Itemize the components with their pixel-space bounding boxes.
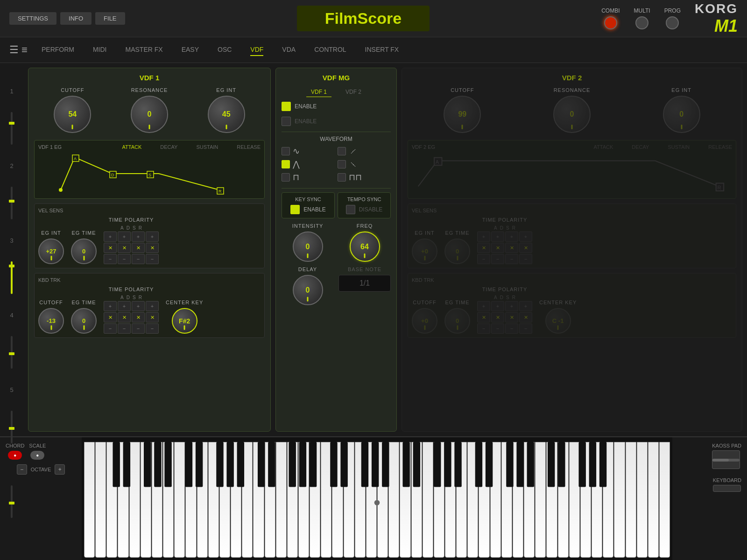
- vdf2-kbd-eg-time-knob[interactable]: 0: [444, 308, 470, 334]
- white-key-19[interactable]: [287, 442, 298, 558]
- eg-canvas[interactable]: A D S R: [38, 153, 261, 195]
- plus-d[interactable]: +: [118, 231, 131, 242]
- vdf2-minus-a[interactable]: −: [477, 254, 490, 264]
- wave-pulse[interactable]: ⊓⊓: [338, 172, 391, 182]
- vdf2-center-key-knob[interactable]: C -1: [545, 308, 571, 334]
- kbd-plus-r[interactable]: +: [146, 301, 159, 311]
- vdf2-eg-int-knob[interactable]: 0: [663, 96, 700, 133]
- vdf2-kbd-plus-s[interactable]: +: [505, 301, 518, 311]
- base-note-display[interactable]: 1/1: [338, 275, 391, 292]
- white-key-23[interactable]: [332, 442, 343, 558]
- settings-button[interactable]: SETTINGS: [9, 12, 56, 25]
- white-key-44[interactable]: [569, 442, 580, 558]
- vdf1-tab[interactable]: VDF 1: [306, 87, 331, 97]
- white-key-20[interactable]: [298, 442, 309, 558]
- white-key-45[interactable]: [580, 442, 591, 558]
- tab-vdf[interactable]: VDF: [250, 44, 263, 56]
- white-key-21[interactable]: [310, 442, 320, 558]
- vdf2-minus-r[interactable]: −: [519, 254, 532, 264]
- combi-dot[interactable]: [604, 16, 617, 29]
- vdf2-kbd-minus-r[interactable]: −: [519, 323, 532, 334]
- minus-s[interactable]: −: [132, 254, 145, 264]
- tempo-sync-disable-check[interactable]: [346, 205, 355, 214]
- octave-plus-button[interactable]: +: [55, 464, 65, 475]
- kbd-plus-a[interactable]: +: [104, 301, 117, 311]
- white-key-24[interactable]: [344, 442, 354, 558]
- wave-ramp[interactable]: ⟋: [338, 146, 391, 156]
- tab-midi[interactable]: MIDI: [93, 44, 107, 56]
- prog-dot[interactable]: [666, 16, 679, 29]
- vdf2-kbd-minus-d[interactable]: −: [491, 323, 504, 334]
- white-key-25[interactable]: [355, 442, 366, 558]
- vdf2-cross-r[interactable]: ✕: [519, 243, 532, 253]
- white-key-32[interactable]: [434, 442, 444, 558]
- white-key-49[interactable]: [626, 442, 636, 558]
- vdf2-minus-d[interactable]: −: [491, 254, 504, 264]
- cutoff-knob[interactable]: 54: [54, 96, 91, 133]
- white-key-15[interactable]: [242, 442, 253, 558]
- vdf2-resonance-knob[interactable]: 0: [553, 96, 591, 133]
- multi-dot[interactable]: [635, 16, 648, 29]
- vdf2-kbd-cross-a[interactable]: ✕: [477, 312, 490, 322]
- kbd-minus-s[interactable]: −: [132, 323, 145, 334]
- white-key-7[interactable]: [152, 442, 162, 558]
- vdf2-enable-checkbox[interactable]: [282, 117, 291, 126]
- keyboard-toggle[interactable]: [713, 485, 741, 492]
- white-key-33[interactable]: [445, 442, 456, 558]
- white-key-6[interactable]: [141, 442, 151, 558]
- vdf2-minus-s[interactable]: −: [505, 254, 518, 264]
- cross-r[interactable]: ✕: [146, 243, 159, 253]
- white-key-9[interactable]: [174, 442, 185, 558]
- tab-control[interactable]: CONTROL: [314, 44, 346, 56]
- slider-1[interactable]: [11, 112, 13, 145]
- vdf2-vel-eg-int-knob[interactable]: +0: [412, 238, 437, 264]
- white-key-13[interactable]: [219, 442, 230, 558]
- plus-s[interactable]: +: [132, 231, 145, 242]
- white-key-22[interactable]: [321, 442, 331, 558]
- white-key-39[interactable]: [513, 442, 523, 558]
- white-key-37[interactable]: [490, 442, 501, 558]
- intensity-knob[interactable]: 0: [293, 231, 323, 262]
- vdf2-plus-a[interactable]: +: [477, 231, 490, 242]
- vdf2-plus-r[interactable]: +: [519, 231, 532, 242]
- white-key-10[interactable]: [185, 442, 196, 558]
- freq-knob[interactable]: 64: [350, 231, 380, 262]
- white-key-38[interactable]: [501, 442, 512, 558]
- eg-int-knob[interactable]: 45: [208, 96, 245, 133]
- vdf2-kbd-cross-d[interactable]: ✕: [491, 312, 504, 322]
- white-key-2[interactable]: [95, 442, 106, 558]
- white-key-1[interactable]: [84, 442, 95, 558]
- octave-minus-button[interactable]: −: [17, 464, 27, 475]
- minus-a[interactable]: −: [104, 254, 117, 264]
- white-key-27[interactable]: [377, 442, 388, 558]
- wave-sawtooth-check[interactable]: [338, 160, 346, 168]
- vel-eg-int-knob[interactable]: +27: [38, 238, 64, 264]
- white-key-30[interactable]: [411, 442, 422, 558]
- kbd-minus-d[interactable]: −: [118, 323, 131, 334]
- vdf2-tab[interactable]: VDF 2: [341, 87, 366, 97]
- key-sync-enable-check[interactable]: [290, 205, 300, 214]
- plus-r[interactable]: +: [146, 231, 159, 242]
- white-key-31[interactable]: [423, 442, 433, 558]
- wave-pulse-check[interactable]: [338, 173, 346, 182]
- info-button[interactable]: INFO: [60, 12, 92, 25]
- white-key-17[interactable]: [265, 442, 275, 558]
- wave-square-check[interactable]: [282, 173, 290, 182]
- white-key-14[interactable]: [231, 442, 241, 558]
- white-key-12[interactable]: [208, 442, 219, 558]
- vdf2-cross-d[interactable]: ✕: [491, 243, 504, 253]
- white-key-34[interactable]: [456, 442, 467, 558]
- slider-3[interactable]: [11, 261, 13, 294]
- white-key-36[interactable]: [479, 442, 489, 558]
- tab-vda[interactable]: VDA: [282, 44, 296, 56]
- slider-6[interactable]: [11, 485, 13, 518]
- white-key-16[interactable]: [253, 442, 264, 558]
- keyboard-keys[interactable]: // Black key positions (relative to whit…: [82, 437, 672, 560]
- delay-knob[interactable]: 0: [293, 275, 323, 305]
- white-key-5[interactable]: [129, 442, 140, 558]
- kbd-cross-s[interactable]: ✕: [132, 312, 145, 322]
- chord-button[interactable]: ●: [8, 451, 22, 460]
- white-key-46[interactable]: [592, 442, 602, 558]
- tab-osc[interactable]: OSC: [218, 44, 232, 56]
- white-key-28[interactable]: [388, 442, 399, 558]
